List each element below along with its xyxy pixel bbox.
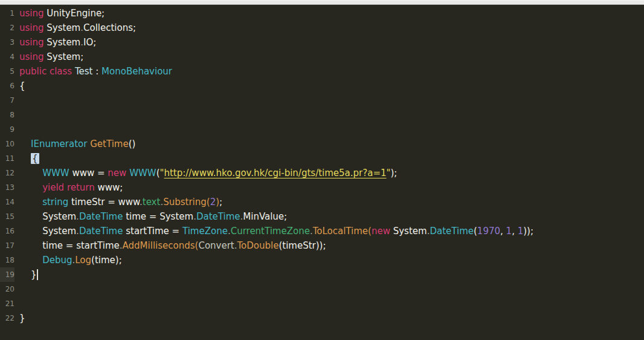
line-number: 19 bbox=[0, 267, 14, 282]
line-number: 5 bbox=[0, 64, 14, 79]
line-number: 21 bbox=[0, 296, 14, 311]
code-line[interactable]: 16 System.DateTime startTime = TimeZone.… bbox=[0, 224, 644, 238]
code-line-text[interactable]: yield return www; bbox=[19, 180, 123, 195]
code-line[interactable]: 7 bbox=[0, 93, 644, 108]
text-cursor bbox=[37, 269, 38, 280]
code-line[interactable]: 20 bbox=[0, 282, 644, 296]
url-string: http://www.hko.gov.hk/cgi-bin/gts/time5a… bbox=[164, 168, 386, 178]
code-line-text[interactable]: { bbox=[19, 151, 39, 166]
code-line[interactable]: 2using System.Collections; bbox=[0, 21, 644, 35]
line-number: 13 bbox=[0, 180, 14, 195]
code-line-text[interactable]: string timeStr = www.text.Substring(2); bbox=[19, 195, 222, 209]
code-line[interactable]: 6{ bbox=[0, 79, 644, 93]
code-line-text[interactable]: time = startTime.AddMilliseconds(Convert… bbox=[19, 238, 326, 253]
code-line-text[interactable]: } bbox=[19, 311, 25, 325]
code-line[interactable]: 1using UnityEngine; bbox=[0, 6, 644, 21]
line-number: 10 bbox=[0, 137, 14, 151]
code-line-text[interactable]: using System.IO; bbox=[19, 35, 96, 50]
code-line[interactable]: 4using System; bbox=[0, 50, 644, 64]
code-line[interactable]: 21 bbox=[0, 296, 644, 311]
code-line-text[interactable]: { bbox=[19, 79, 25, 93]
line-number: 12 bbox=[0, 166, 14, 180]
code-line-text[interactable]: WWW www = new WWW("http://www.hko.gov.hk… bbox=[19, 166, 397, 180]
code-line-text[interactable]: using System; bbox=[19, 50, 83, 64]
code-line-text[interactable]: System.DateTime time = System.DateTime.M… bbox=[19, 209, 287, 224]
code-line-text[interactable]: Debug.Log(time); bbox=[19, 253, 122, 267]
line-number: 2 bbox=[0, 21, 14, 35]
code-line-text[interactable]: System.DateTime startTime = TimeZone.Cur… bbox=[19, 224, 533, 238]
code-line-text[interactable]: IEnumerator GetTime() bbox=[19, 137, 135, 151]
line-number: 9 bbox=[0, 122, 14, 137]
line-number: 20 bbox=[0, 282, 14, 296]
code-line-text[interactable]: using UnityEngine; bbox=[19, 6, 105, 21]
line-number: 17 bbox=[0, 238, 14, 253]
line-number: 22 bbox=[0, 311, 14, 325]
code-line[interactable]: 9 bbox=[0, 122, 644, 137]
line-number: 4 bbox=[0, 50, 14, 64]
code-line[interactable]: 15 System.DateTime time = System.DateTim… bbox=[0, 209, 644, 224]
code-line[interactable]: 11 { bbox=[0, 151, 644, 166]
line-number: 15 bbox=[0, 209, 14, 224]
matched-brace-highlight: { bbox=[31, 153, 39, 164]
code-editor[interactable]: 1using UnityEngine;2using System.Collect… bbox=[0, 5, 644, 340]
code-line[interactable]: 14 string timeStr = www.text.Substring(2… bbox=[0, 195, 644, 209]
toolbar-bottom-edge bbox=[0, 0, 644, 5]
line-number: 1 bbox=[0, 6, 14, 21]
code-line-text[interactable]: using System.Collections; bbox=[19, 21, 136, 35]
code-line-text[interactable]: public class Test : MonoBehaviour bbox=[19, 64, 172, 79]
code-line[interactable]: 8 bbox=[0, 108, 644, 122]
code-line[interactable]: 13 yield return www; bbox=[0, 180, 644, 195]
code-line-text[interactable]: } bbox=[19, 267, 38, 282]
code-line[interactable]: 17 time = startTime.AddMilliseconds(Conv… bbox=[0, 238, 644, 253]
code-line[interactable]: 22} bbox=[0, 311, 644, 325]
line-number: 16 bbox=[0, 224, 14, 238]
line-number: 6 bbox=[0, 79, 14, 93]
line-number: 8 bbox=[0, 108, 14, 122]
code-line[interactable]: 3using System.IO; bbox=[0, 35, 644, 50]
code-line[interactable]: 18 Debug.Log(time); bbox=[0, 253, 644, 267]
line-number: 11 bbox=[0, 151, 14, 166]
line-number: 7 bbox=[0, 93, 14, 108]
code-line[interactable]: 10 IEnumerator GetTime() bbox=[0, 137, 644, 151]
line-number: 14 bbox=[0, 195, 14, 209]
code-line[interactable]: 19 } bbox=[0, 267, 644, 282]
code-line[interactable]: 5public class Test : MonoBehaviour bbox=[0, 64, 644, 79]
code-line[interactable]: 12 WWW www = new WWW("http://www.hko.gov… bbox=[0, 166, 644, 180]
line-number: 18 bbox=[0, 253, 14, 267]
line-number: 3 bbox=[0, 35, 14, 50]
